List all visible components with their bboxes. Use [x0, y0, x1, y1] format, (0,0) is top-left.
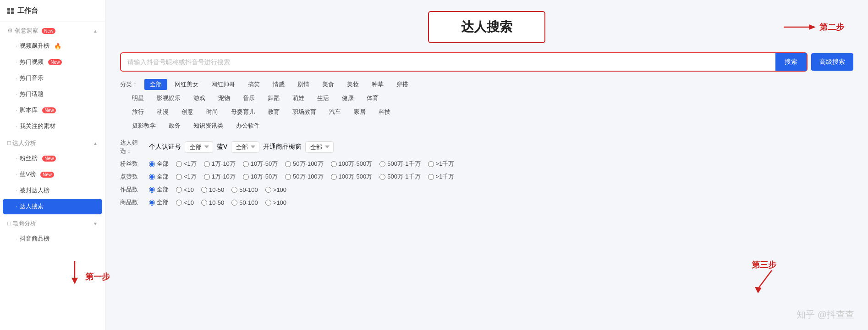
sidebar-section-talent[interactable]: □ 达人分析 ▲: [0, 134, 105, 150]
sidebar-item-talent-search[interactable]: · 达人搜索: [3, 199, 102, 214]
fans-50w100w-radio[interactable]: [285, 161, 291, 167]
products-lt10-radio[interactable]: [176, 200, 182, 206]
fans-gt1kw[interactable]: >1千万: [428, 160, 455, 168]
category-sports[interactable]: 体育: [361, 93, 384, 104]
likes-lt1w-radio[interactable]: [176, 174, 182, 180]
sidebar-item-hot-video[interactable]: · 热门视频 New: [3, 54, 102, 70]
search-button[interactable]: 搜索: [775, 53, 807, 71]
category-workplace[interactable]: 职场教育: [287, 106, 322, 117]
likes-all[interactable]: 全部: [149, 173, 169, 181]
likes-50w-100w[interactable]: 50万-100万: [285, 173, 323, 181]
category-cute-baby[interactable]: 萌娃: [287, 93, 310, 104]
category-creative[interactable]: 创意: [176, 106, 199, 117]
products-lt10[interactable]: <10: [176, 199, 194, 206]
category-dance[interactable]: 舞蹈: [262, 93, 285, 104]
likes-500w-1kw[interactable]: 500万-1千万: [379, 173, 420, 181]
fans-100w-500w[interactable]: 100万-500万: [331, 160, 373, 168]
likes-500w1kw-radio[interactable]: [379, 174, 385, 180]
sidebar-item-my-material[interactable]: · 我关注的素材: [3, 118, 102, 134]
fans-gt1kw-radio[interactable]: [428, 161, 434, 167]
category-home[interactable]: 家居: [348, 106, 371, 117]
works-gt100-radio[interactable]: [265, 187, 271, 193]
category-tech[interactable]: 科技: [373, 106, 396, 117]
fans-500w1kw-radio[interactable]: [379, 161, 385, 167]
search-input[interactable]: [121, 54, 775, 70]
sidebar-item-hot-topic[interactable]: · 热门话题: [3, 86, 102, 102]
sidebar-item-fans-rank[interactable]: · 粉丝榜 New: [3, 151, 102, 166]
sidebar-item-product-rank[interactable]: · 抖音商品榜: [3, 231, 102, 246]
fans-lt1w-radio[interactable]: [176, 161, 182, 167]
fans-50w-100w[interactable]: 50万-100万: [285, 160, 323, 168]
products-1050-radio[interactable]: [201, 200, 207, 206]
category-politics[interactable]: 政务: [163, 120, 186, 131]
likes-gt1kw-radio[interactable]: [428, 174, 434, 180]
likes-50w100w-radio[interactable]: [285, 174, 291, 180]
works-gt100[interactable]: >100: [265, 186, 286, 193]
works-1050-radio[interactable]: [201, 187, 207, 193]
likes-10w-50w[interactable]: 10万-50万: [243, 173, 278, 181]
products-gt100[interactable]: >100: [265, 199, 286, 206]
products-10-50[interactable]: 10-50: [201, 199, 224, 206]
sidebar-item-banned-rank[interactable]: · 被封达人榜: [3, 183, 102, 198]
products-50100-radio[interactable]: [231, 200, 237, 206]
filter-shop-select[interactable]: 全部: [305, 141, 334, 153]
sidebar-item-blue-v-rank[interactable]: · 蓝V榜 New: [3, 167, 102, 182]
category-game[interactable]: 游戏: [188, 93, 211, 104]
category-car[interactable]: 汽车: [324, 106, 346, 117]
category-film[interactable]: 影视娱乐: [151, 93, 186, 104]
filter-bluev-select[interactable]: 全部: [231, 141, 259, 153]
fans-500w-1kw[interactable]: 500万-1千万: [379, 160, 420, 168]
fans-all-radio[interactable]: [149, 161, 155, 167]
likes-gt1kw[interactable]: >1千万: [428, 173, 455, 181]
works-50-100[interactable]: 50-100: [231, 186, 258, 193]
category-education[interactable]: 教育: [262, 106, 285, 117]
sidebar-item-script[interactable]: · 脚本库 New: [3, 102, 102, 118]
likes-1w10w-radio[interactable]: [204, 174, 210, 180]
category-web-handsome[interactable]: 网红帅哥: [206, 79, 241, 90]
category-pet[interactable]: 宠物: [213, 93, 236, 104]
category-life[interactable]: 生活: [312, 93, 335, 104]
works-all-radio[interactable]: [149, 187, 155, 193]
products-all-radio[interactable]: [149, 200, 155, 206]
likes-10w50w-radio[interactable]: [243, 174, 249, 180]
works-10-50[interactable]: 10-50: [201, 186, 224, 193]
category-knowledge[interactable]: 知识资讯类: [188, 120, 229, 131]
category-parenting[interactable]: 母婴育儿: [225, 106, 260, 117]
sidebar-section-creative[interactable]: ⚙ 创意洞察 New ▲: [0, 22, 105, 38]
works-all[interactable]: 全部: [149, 185, 169, 194]
advanced-search-button[interactable]: 高级搜索: [811, 53, 853, 71]
likes-100w500w-radio[interactable]: [331, 174, 337, 180]
category-funny[interactable]: 搞笑: [242, 79, 265, 90]
category-emotion[interactable]: 情感: [267, 79, 290, 90]
works-lt10[interactable]: <10: [176, 186, 194, 193]
category-web-beauty[interactable]: 网红美女: [169, 79, 204, 90]
fans-1w10w-radio[interactable]: [204, 161, 210, 167]
category-all[interactable]: 全部: [144, 79, 167, 90]
products-gt100-radio[interactable]: [265, 200, 271, 206]
fans-100w500w-radio[interactable]: [331, 161, 337, 167]
fans-1w-10w[interactable]: 1万-10万: [204, 160, 236, 168]
products-all[interactable]: 全部: [149, 198, 169, 207]
works-lt10-radio[interactable]: [176, 187, 182, 193]
likes-lt1w[interactable]: <1万: [176, 173, 197, 181]
category-office[interactable]: 办公软件: [231, 120, 265, 131]
category-fashion[interactable]: 穿搭: [391, 79, 414, 90]
category-anime[interactable]: 动漫: [151, 106, 174, 117]
category-beauty[interactable]: 美妆: [341, 79, 364, 90]
category-travel[interactable]: 旅行: [126, 106, 149, 117]
category-star[interactable]: 明星: [126, 93, 149, 104]
category-music[interactable]: 音乐: [237, 93, 260, 104]
category-health[interactable]: 健康: [336, 93, 359, 104]
works-50100-radio[interactable]: [231, 187, 237, 193]
fans-10w50w-radio[interactable]: [243, 161, 249, 167]
products-50-100[interactable]: 50-100: [231, 199, 258, 206]
category-food[interactable]: 美食: [317, 79, 340, 90]
category-grass[interactable]: 种草: [366, 79, 389, 90]
category-trend[interactable]: 时尚: [201, 106, 224, 117]
likes-100w-500w[interactable]: 100万-500万: [331, 173, 373, 181]
fans-10w-50w[interactable]: 10万-50万: [243, 160, 278, 168]
category-drama[interactable]: 剧情: [292, 79, 315, 90]
fans-all[interactable]: 全部: [149, 160, 169, 168]
sidebar-item-video-rank[interactable]: · 视频飙升榜 🔥: [3, 38, 102, 54]
sidebar-section-ecommerce[interactable]: □ 电商分析 ▼: [0, 215, 105, 230]
